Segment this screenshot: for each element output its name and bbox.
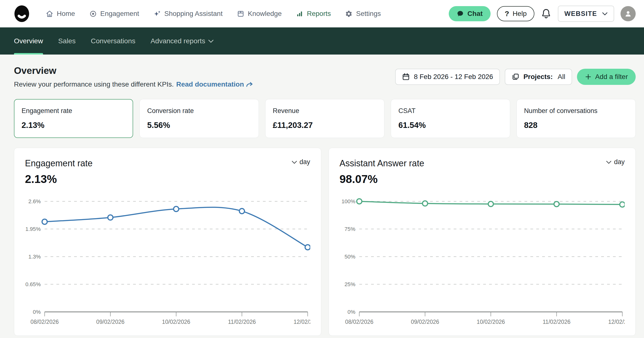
tab-label: Advanced reports	[150, 37, 205, 45]
data-point-marker[interactable]	[305, 245, 310, 250]
tab-sales[interactable]: Sales	[58, 27, 76, 54]
top-navigation-bar: Home Engagement Shopping Assistant Knowl…	[0, 0, 644, 27]
reports-sub-navigation: Overview Sales Conversations Advanced re…	[0, 27, 644, 54]
kpi-card-csat[interactable]: CSAT 61.54%	[391, 99, 510, 138]
nav-item-engagement[interactable]: Engagement	[89, 10, 139, 17]
y-axis-tick-label: 1.3%	[28, 254, 40, 260]
kpi-value: 2.13%	[22, 121, 126, 130]
nav-item-reports[interactable]: Reports	[296, 10, 331, 17]
x-axis-tick-label: 09/02/2026	[96, 319, 124, 325]
interval-value: day	[300, 158, 310, 166]
chart-header: Engagement rate day	[25, 158, 310, 169]
projects-filter[interactable]: Projects: All	[505, 69, 572, 85]
nav-item-settings[interactable]: Settings	[345, 10, 381, 17]
read-documentation-link[interactable]: Read documentation	[176, 80, 254, 88]
tab-label: Conversations	[91, 37, 135, 45]
add-filter-button[interactable]: Add a filter	[577, 69, 636, 85]
y-axis-tick-label: 0%	[348, 309, 355, 315]
data-point-marker[interactable]	[42, 219, 47, 224]
x-axis-tick-label: 08/02/2026	[345, 319, 374, 325]
projects-icon	[512, 73, 520, 81]
home-icon	[46, 10, 53, 17]
x-axis-tick-label: 10/02/2026	[477, 319, 505, 325]
notifications-bell-icon[interactable]	[541, 8, 552, 19]
kpi-card-conversion-rate[interactable]: Conversion rate 5.56%	[140, 99, 259, 138]
data-point-marker[interactable]	[108, 215, 113, 220]
kpi-card-revenue[interactable]: Revenue £11,203.27	[265, 99, 384, 138]
data-point-marker[interactable]	[554, 202, 559, 207]
interval-value: day	[614, 158, 625, 166]
kpi-value: 828	[524, 121, 628, 130]
interval-dropdown[interactable]: day	[606, 158, 625, 166]
kpi-card-number-of-conversations[interactable]: Number of conversations 828	[516, 99, 636, 138]
y-axis-tick-label: 25%	[344, 281, 355, 287]
chart-headline-value: 98.07%	[340, 172, 625, 186]
help-button-label: Help	[512, 10, 527, 17]
project-switcher-dropdown[interactable]: WEBSITE	[558, 6, 614, 22]
projects-filter-value: All	[558, 73, 565, 81]
nav-item-shopping-assistant[interactable]: Shopping Assistant	[154, 10, 223, 17]
chevron-down-icon	[602, 12, 608, 16]
engagement-rate-chart-card: Engagement rate day 2.13% 2.6%1.95%1.3%0…	[14, 148, 321, 336]
brand-logo[interactable]	[14, 5, 30, 23]
date-range-picker[interactable]: 8 Feb 2026 - 12 Feb 2026	[395, 69, 500, 85]
nav-item-knowledge[interactable]: Knowledge	[237, 10, 282, 17]
project-switcher-value: WEBSITE	[564, 10, 597, 17]
nav-item-label: Home	[57, 10, 75, 17]
x-axis-tick-label: 12/02/2026	[294, 319, 310, 325]
person-icon	[624, 9, 632, 18]
engagement-rate-line-chart: 2.6%1.95%1.3%0.65%0%08/02/202609/02/2026…	[25, 192, 310, 329]
kpi-card-engagement-rate[interactable]: Engagement rate 2.13%	[14, 99, 133, 138]
y-axis-tick-label: 50%	[344, 254, 355, 260]
data-point-marker[interactable]	[422, 201, 428, 206]
nav-item-label: Shopping Assistant	[164, 10, 223, 17]
interval-dropdown[interactable]: day	[292, 158, 310, 166]
sparkles-icon	[154, 10, 161, 17]
kpi-value: 5.56%	[147, 121, 251, 130]
nav-item-label: Knowledge	[248, 10, 282, 17]
top-nav-right-cluster: Chat ? Help WEBSITE	[449, 6, 636, 22]
data-point-marker[interactable]	[239, 209, 244, 214]
nav-item-label: Settings	[356, 10, 381, 17]
main-menu: Home Engagement Shopping Assistant Knowl…	[46, 10, 381, 17]
x-axis-tick-label: 10/02/2026	[162, 319, 190, 325]
user-avatar[interactable]	[620, 6, 636, 21]
x-axis-tick-label: 11/02/2026	[542, 319, 570, 325]
y-axis-tick-label: 75%	[344, 226, 355, 232]
read-documentation-label: Read documentation	[176, 80, 244, 88]
kpi-value: 61.54%	[398, 121, 502, 130]
chat-button[interactable]: Chat	[449, 6, 490, 21]
tab-conversations[interactable]: Conversations	[91, 27, 135, 54]
date-range-value: 8 Feb 2026 - 12 Feb 2026	[414, 73, 493, 81]
chevron-down-icon	[208, 39, 214, 43]
question-mark-icon: ?	[505, 9, 509, 18]
smiley-logo-icon	[14, 5, 30, 23]
tab-overview[interactable]: Overview	[14, 27, 43, 54]
nav-item-home[interactable]: Home	[46, 10, 75, 17]
x-axis-tick-label: 08/02/2026	[30, 319, 59, 325]
tab-advanced-reports[interactable]: Advanced reports	[150, 27, 213, 54]
data-point-marker[interactable]	[620, 202, 625, 207]
charts-row: Engagement rate day 2.13% 2.6%1.95%1.3%0…	[14, 148, 636, 336]
data-point-marker[interactable]	[356, 199, 362, 204]
nav-item-label: Reports	[307, 10, 331, 17]
page-header: Overview Review your performance using t…	[14, 65, 636, 88]
plus-icon	[585, 73, 592, 80]
curved-arrow-icon	[246, 81, 254, 87]
x-axis-tick-label: 09/02/2026	[411, 319, 439, 325]
x-axis-tick-label: 11/02/2026	[228, 319, 256, 325]
y-axis-tick-label: 0.65%	[26, 281, 41, 287]
assistant-answer-rate-chart-card: Assistant Answer rate day 98.07% 100%75%…	[328, 148, 636, 336]
add-filter-label: Add a filter	[595, 73, 628, 81]
chat-bubble-icon	[456, 10, 464, 17]
calendar-icon	[402, 73, 410, 81]
data-point-marker[interactable]	[174, 206, 178, 212]
kpi-label: Revenue	[273, 107, 377, 115]
chart-headline-value: 2.13%	[25, 172, 310, 186]
help-button[interactable]: ? Help	[497, 6, 535, 21]
kpi-label: Engagement rate	[22, 107, 126, 115]
page-title: Overview	[14, 65, 254, 76]
chart-title: Assistant Answer rate	[340, 158, 424, 169]
data-point-marker[interactable]	[488, 201, 493, 206]
y-axis-tick-label: 1.95%	[26, 226, 41, 232]
